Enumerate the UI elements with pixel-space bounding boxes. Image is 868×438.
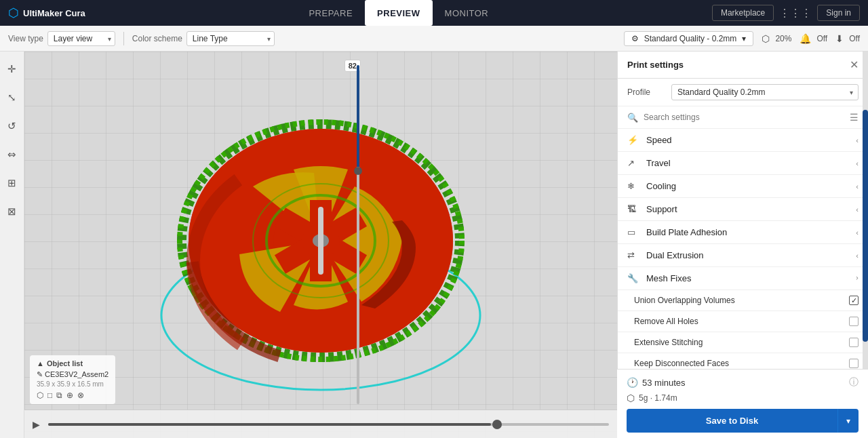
union-volumes-checkbox[interactable]: [849, 296, 859, 305]
profile-select[interactable]: Standard Quality 0.2mm: [671, 84, 859, 100]
setting-item-travel[interactable]: ↗ Travel ‹: [618, 152, 868, 175]
edit-icon: ✎: [37, 370, 43, 378]
mirror-tool[interactable]: ⇔: [3, 145, 22, 164]
info-icon[interactable]: ⓘ: [849, 376, 859, 389]
setting-item-mesh-fixes[interactable]: 🔧 Mesh Fixes ‹: [618, 267, 868, 290]
print-settings-title: Print settings: [627, 60, 684, 70]
color-scheme-label: Color scheme: [132, 34, 182, 43]
timeline-fill: [48, 423, 491, 426]
save-dropdown-button[interactable]: ▾: [837, 409, 859, 433]
setting-item-speed[interactable]: ⚡ Speed ‹: [618, 129, 868, 152]
setting-item-support[interactable]: 🏗 Support ‹: [618, 198, 868, 221]
per-model-tool[interactable]: ⊞: [3, 174, 22, 193]
layer-slider-fill: [357, 65, 359, 167]
save-to-disk-button[interactable]: Save to Disk: [627, 409, 837, 433]
quality-selector[interactable]: ⚙ Standard Quality - 0.2mm ▾: [624, 31, 754, 46]
quality-label: Standard Quality - 0.2mm: [644, 34, 737, 43]
toolbar-right: ⚙ Standard Quality - 0.2mm ▾ ⬡ 20% 🔔 Off…: [624, 31, 860, 46]
rotate-tool[interactable]: ↺: [3, 117, 22, 136]
layer-slider-track[interactable]: [357, 65, 359, 404]
mesh-sub-remove-holes: Remove All Holes: [618, 311, 868, 332]
scroll-thumb[interactable]: [863, 110, 868, 342]
travel-icon: ↗: [627, 158, 641, 168]
object-icon-2[interactable]: □: [47, 391, 52, 400]
search-menu-icon[interactable]: ☰: [850, 112, 859, 123]
remove-holes-checkbox[interactable]: [849, 317, 859, 326]
topnav-actions: Marketplace ⋮⋮⋮ Sign in: [712, 5, 860, 21]
time-label: 53 minutes: [642, 378, 686, 388]
signin-button[interactable]: Sign in: [817, 5, 860, 21]
search-icon: 🔍: [627, 113, 638, 123]
material-off-label: Off: [816, 34, 827, 43]
left-sidebar: ✛ ⤡ ↺ ⇔ ⊞ ⊠: [0, 52, 24, 438]
keep-disconnected-checkbox[interactable]: [849, 359, 859, 368]
timeline-track[interactable]: [48, 423, 609, 426]
keep-disconnected-label: Keep Disconnected Faces: [634, 359, 849, 368]
object-list-header[interactable]: ▲ Object list: [37, 359, 108, 367]
extensive-stitching-label: Extensive Stitching: [634, 338, 849, 347]
mesh-fixes-chevron: ‹: [856, 275, 859, 283]
support-icon: ⬡: [762, 33, 770, 44]
travel-label: Travel: [646, 158, 856, 168]
collapse-icon: ▲: [37, 359, 44, 367]
3d-viewport[interactable]: 82 ▲ Object list ✎ CE3E3V2_Assem2 35.9 x…: [24, 52, 617, 438]
clock-icon: 🕐: [627, 377, 638, 388]
cooling-chevron: ‹: [856, 182, 859, 191]
tab-prepare[interactable]: PREPARE: [296, 0, 365, 26]
object-dimensions: 35.9 x 35.9 x 16.5 mm: [37, 380, 108, 388]
move-tool[interactable]: ✛: [3, 60, 22, 79]
object-icon-5[interactable]: ⊗: [77, 391, 84, 400]
support-blocker-tool[interactable]: ⊠: [3, 202, 22, 221]
setting-item-build-plate[interactable]: ▭ Build Plate Adhesion ‹: [618, 221, 868, 244]
dual-extrusion-icon: ⇄: [627, 250, 641, 260]
logo-icon: ⬡: [8, 5, 19, 20]
color-scheme-group: Color scheme Line Type: [132, 31, 275, 46]
color-scheme-select-wrapper: Line Type: [186, 31, 275, 46]
speed-icon: ⚡: [627, 135, 641, 145]
grid-icon[interactable]: ⋮⋮⋮: [779, 7, 812, 20]
layer-slider[interactable]: [350, 65, 366, 404]
support-settings-label: Support: [646, 204, 856, 214]
profile-select-wrapper: Standard Quality 0.2mm: [671, 84, 859, 100]
object-icon-1[interactable]: ⬡: [37, 391, 43, 400]
search-input[interactable]: [644, 113, 844, 122]
speed-label: Speed: [646, 135, 856, 145]
svg-rect-11: [318, 207, 323, 275]
quality-icon: ⚙: [631, 34, 639, 43]
close-button[interactable]: ✕: [850, 58, 859, 71]
object-icon-3[interactable]: ⧉: [56, 391, 62, 400]
object-icon-4[interactable]: ⊕: [66, 391, 73, 400]
tab-monitor[interactable]: MONITOR: [433, 0, 501, 26]
profile-row: Profile Standard Quality 0.2mm: [618, 79, 868, 106]
setting-item-cooling[interactable]: ❄ Cooling ‹: [618, 175, 868, 198]
print-settings-header: Print settings ✕: [618, 52, 868, 79]
extensive-stitching-checkbox[interactable]: [849, 338, 859, 347]
top-navigation: ⬡ UltiMaker Cura PREPARE PREVIEW MONITOR…: [0, 0, 868, 26]
tab-preview[interactable]: PREVIEW: [365, 0, 432, 26]
object-list-item: ✎ CE3E3V2_Assem2: [37, 370, 108, 379]
scale-tool[interactable]: ⤡: [3, 88, 22, 107]
layer-slider-handle[interactable]: [354, 167, 362, 175]
dual-extrusion-chevron: ‹: [856, 252, 859, 260]
material-icon: 🔔: [800, 33, 811, 44]
support-toggle: ⬡ 20%: [762, 33, 791, 44]
gear-svg: [144, 52, 497, 403]
support-label: 20%: [775, 34, 791, 43]
marketplace-button[interactable]: Marketplace: [712, 5, 774, 21]
support-settings-icon: 🏗: [627, 204, 641, 214]
view-type-label: View type: [8, 34, 43, 43]
object-list-title: Object list: [47, 359, 83, 367]
play-button[interactable]: ▶: [33, 419, 40, 430]
timeline-bar: ▶: [24, 410, 617, 438]
view-type-select[interactable]: Layer view: [47, 31, 115, 46]
material-status-icon: ⬡: [627, 393, 635, 403]
color-scheme-select[interactable]: Line Type: [186, 31, 275, 46]
save-button-wrapper: Save to Disk ▾: [627, 409, 859, 433]
timeline-handle[interactable]: [492, 420, 502, 429]
export-icon: ⬇: [835, 33, 844, 44]
profile-label: Profile: [627, 87, 665, 97]
quality-chevron: ▾: [742, 34, 746, 43]
setting-item-dual-extrusion[interactable]: ⇄ Dual Extrusion ‹: [618, 244, 868, 267]
view-type-group: View type Layer view: [8, 31, 115, 46]
build-plate-chevron: ‹: [856, 228, 859, 237]
